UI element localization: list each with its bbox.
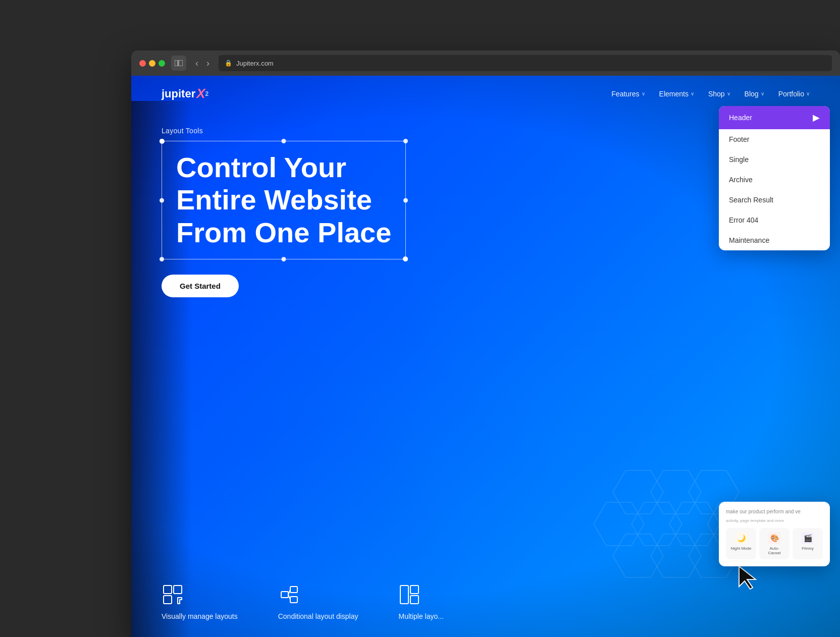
blog-chevron: ∨: [761, 91, 764, 96]
svg-rect-16: [281, 592, 288, 598]
feature-layouts-label: Visually manage layouts: [162, 612, 238, 622]
nav-blog[interactable]: Blog ∨: [745, 90, 764, 98]
url-display: Jupiterx.com: [236, 60, 274, 67]
panel-item-single[interactable]: Single: [719, 149, 830, 170]
svg-marker-6: [632, 502, 682, 546]
condition-icon: [278, 583, 300, 606]
card3-icon: 🎬: [802, 532, 814, 544]
shop-chevron: ∨: [727, 91, 730, 96]
card2-icon: 🎨: [768, 532, 780, 544]
panel-item-header[interactable]: Header ▶: [719, 106, 830, 129]
handle-ml: [160, 198, 164, 202]
site-logo[interactable]: jupiter X 2: [162, 86, 208, 101]
panel-item-search-result[interactable]: Search Result: [719, 190, 830, 210]
handle-tr: [403, 139, 408, 143]
shop-label: Shop: [708, 90, 725, 98]
panel-item-archive[interactable]: Archive: [719, 170, 830, 190]
svg-rect-1: [179, 60, 183, 66]
product-panel-subtitle: activity, page template and more: [726, 518, 823, 523]
card1-icon: 🌙: [735, 532, 747, 544]
single-label: Single: [729, 155, 749, 164]
eyebrow-label: Layout Tools: [162, 127, 810, 135]
nav-elements[interactable]: Elements ∨: [659, 90, 694, 98]
layout-panel: Header ▶ Footer Single Archive Search Re…: [719, 106, 830, 250]
svg-rect-17: [290, 587, 297, 593]
svg-marker-2: [613, 470, 663, 514]
grid-icon: [398, 583, 421, 606]
panel-item-error404[interactable]: Error 404: [719, 210, 830, 230]
portfolio-chevron: ∨: [806, 91, 810, 96]
footer-label: Footer: [729, 135, 749, 143]
nav-features[interactable]: Features ∨: [611, 90, 645, 98]
traffic-lights: [139, 60, 165, 67]
panel-item-footer[interactable]: Footer: [719, 129, 830, 149]
layout-icon: [162, 583, 184, 606]
site-menu: Features ∨ Elements ∨ Shop ∨ Blog ∨ Port…: [611, 90, 810, 98]
card3-name: Filmny: [802, 546, 814, 551]
feature-layouts: Visually manage layouts: [162, 583, 238, 622]
svg-marker-15: [178, 598, 182, 604]
website-content: jupiter X 2 Features ∨ Elements ∨ Shop ∨: [131, 76, 840, 637]
logo-text: jupiter: [162, 87, 195, 100]
product-panel: make our product perform and ve activity…: [719, 502, 830, 566]
shield-icon: 🔒: [225, 60, 232, 67]
elements-label: Elements: [659, 90, 689, 98]
search-result-label: Search Result: [729, 196, 773, 204]
header-label: Header: [729, 114, 752, 122]
features-label: Features: [611, 90, 639, 98]
svg-rect-12: [164, 586, 172, 594]
handle-bl: [160, 257, 164, 261]
browser-navigation: ‹ ›: [192, 56, 213, 71]
logo-x: X: [196, 86, 205, 101]
product-card-1[interactable]: 🌙 Night Mode: [726, 528, 756, 559]
maximize-button[interactable]: [159, 60, 165, 67]
handle-bm: [282, 257, 286, 261]
product-cards: 🌙 Night Mode 🎨 Auto-Cansel 🎬 Filmny: [726, 528, 823, 559]
blog-label: Blog: [745, 90, 759, 98]
svg-rect-23: [410, 596, 418, 604]
svg-marker-7: [669, 502, 720, 546]
archive-label: Archive: [729, 176, 753, 184]
sidebar-toggle-button[interactable]: [171, 56, 186, 71]
forward-button[interactable]: ›: [203, 56, 213, 71]
selection-box: Control Your Entire Website From One Pla…: [162, 141, 406, 259]
handle-tl: [160, 139, 164, 143]
headline-text: Control Your Entire Website From One Pla…: [176, 151, 391, 249]
svg-rect-14: [164, 596, 172, 604]
minimize-button[interactable]: [149, 60, 155, 67]
svg-rect-21: [400, 586, 408, 604]
handle-tm: [282, 139, 286, 143]
browser-window: ‹ › 🔒 Jupiterx.com: [131, 50, 840, 637]
svg-rect-13: [174, 586, 182, 594]
portfolio-label: Portfolio: [778, 90, 804, 98]
address-bar[interactable]: 🔒 Jupiterx.com: [219, 55, 832, 71]
svg-marker-5: [594, 502, 644, 546]
features-row: Visually manage layouts Conditional layo…: [131, 568, 840, 637]
nav-shop[interactable]: Shop ∨: [708, 90, 730, 98]
headline-line1: Control Your: [176, 151, 346, 183]
product-card-3[interactable]: 🎬 Filmny: [793, 528, 823, 559]
cursor-arrow: [737, 564, 759, 592]
handle-mr: [403, 198, 408, 202]
back-button[interactable]: ‹: [192, 56, 201, 71]
nav-portfolio[interactable]: Portfolio ∨: [778, 90, 810, 98]
headline-container: Control Your Entire Website From One Pla…: [162, 141, 406, 259]
card1-name: Night Mode: [731, 546, 752, 551]
logo-sup: 2: [205, 90, 209, 97]
maintenance-label: Maintenance: [729, 236, 769, 244]
feature-conditional-label: Conditional layout display: [278, 612, 358, 622]
svg-rect-18: [290, 597, 297, 603]
headline-line3: From One Place: [176, 217, 391, 248]
browser-chrome: ‹ › 🔒 Jupiterx.com: [131, 50, 840, 76]
feature-conditional: Conditional layout display: [278, 583, 358, 622]
features-chevron: ∨: [642, 91, 645, 96]
header-arrow: ▶: [813, 112, 820, 123]
elements-chevron: ∨: [691, 91, 694, 96]
panel-item-maintenance[interactable]: Maintenance: [719, 230, 830, 250]
close-button[interactable]: [139, 60, 146, 67]
cta-button[interactable]: Get Started: [162, 275, 239, 297]
svg-rect-22: [410, 586, 418, 594]
feature-multiple-label: Multiple layo...: [398, 612, 443, 622]
product-card-2[interactable]: 🎨 Auto-Cansel: [759, 528, 790, 559]
product-panel-title: make our product perform and ve: [726, 509, 823, 514]
